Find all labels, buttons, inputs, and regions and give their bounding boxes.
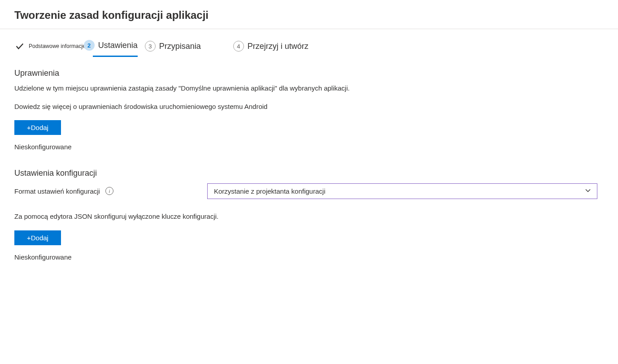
step-review-create[interactable]: 4 Przejrzyj i utwórz bbox=[233, 41, 309, 52]
step-assignments[interactable]: 3 Przypisania bbox=[145, 41, 201, 52]
info-icon[interactable]: i bbox=[105, 187, 113, 195]
permissions-status: Nieskonfigurowane bbox=[14, 143, 604, 151]
page-title: Tworzenie zasad konfiguracji aplikacji bbox=[14, 9, 604, 22]
config-format-label: Format ustawień konfiguracji bbox=[14, 187, 100, 195]
permissions-learn-more-link[interactable]: Dowiedz się więcej o uprawnieniach środo… bbox=[14, 103, 604, 110]
step-label: Przypisania bbox=[159, 42, 201, 51]
config-heading: Ustawienia konfiguracji bbox=[14, 169, 604, 178]
checkmark-icon bbox=[14, 41, 25, 52]
config-format-row: Format ustawień konfiguracji i Korzystan… bbox=[14, 183, 604, 199]
config-format-select[interactable]: Korzystanie z projektanta konfiguracji bbox=[207, 183, 597, 199]
add-permission-button[interactable]: +Dodaj bbox=[14, 120, 61, 135]
step-number: 2 bbox=[84, 40, 95, 51]
config-status: Nieskonfigurowane bbox=[14, 253, 604, 261]
wizard-stepper: Podstawowe informacje 2 Ustawienia 3 Prz… bbox=[14, 40, 604, 52]
config-json-hint: Za pomocą edytora JSON skonfiguruj wyłąc… bbox=[14, 212, 604, 222]
step-number: 4 bbox=[233, 41, 244, 52]
permissions-description: Udzielone w tym miejscu uprawnienia zast… bbox=[14, 83, 604, 94]
add-config-button[interactable]: +Dodaj bbox=[14, 230, 61, 245]
permissions-heading: Uprawnienia bbox=[14, 69, 604, 78]
step-label: Podstawowe informacje bbox=[29, 43, 86, 49]
step-number: 3 bbox=[145, 41, 156, 52]
step-basic-info[interactable]: Podstawowe informacje bbox=[14, 41, 86, 52]
step-label: Ustawienia bbox=[98, 41, 138, 50]
permissions-section: Uprawnienia Udzielone w tym miejscu upra… bbox=[14, 69, 604, 151]
config-settings-section: Ustawienia konfiguracji Format ustawień … bbox=[14, 169, 604, 261]
step-label: Przejrzyj i utwórz bbox=[248, 42, 309, 51]
step-settings[interactable]: 2 Ustawienia bbox=[93, 40, 138, 52]
